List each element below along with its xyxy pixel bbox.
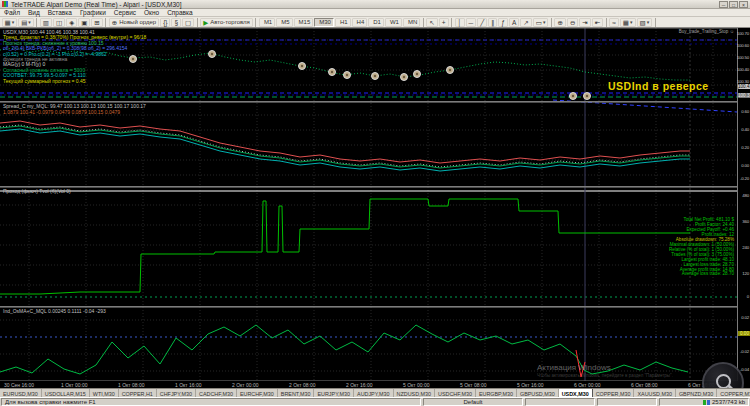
status-empty-segment [525, 398, 595, 406]
price-scale-label: 480 [742, 193, 749, 198]
chart-tab-EURJPY,M30[interactable]: EURJPY,M30 [314, 389, 354, 397]
spread-mid-silver [0, 125, 690, 167]
chart-tab-USDCHF,M30[interactable]: USDCHF,M30 [435, 389, 476, 397]
chart-tab-USDOLLAR,M15[interactable]: USDOLLAR,M15 [42, 389, 90, 397]
price-scale-label: 100.50 [737, 55, 749, 60]
status-profile[interactable]: Default [423, 398, 523, 406]
price-scale-label: 100.70 [737, 31, 749, 36]
signal-marker-dot [586, 95, 588, 97]
panel-separator[interactable] [0, 306, 750, 308]
chart-tab-COPPER,H1[interactable]: COPPER,H1 [119, 389, 157, 397]
chart-tab-GBPNZD,M30[interactable]: GBPNZD,M30 [676, 389, 717, 397]
chart-tab-GBPUSD,M30[interactable]: GBPUSD,M30 [517, 389, 559, 397]
status-bar: Для вызова справки нажмите F1 Default 25… [0, 397, 750, 406]
zero-level-box: 0.00 [738, 331, 750, 336]
spread-green [0, 126, 690, 168]
signal-marker-dot [572, 95, 574, 97]
panel-separator[interactable] [0, 186, 750, 188]
spread-upper-red [0, 121, 690, 163]
price-scale-label: -0.20 [740, 176, 749, 181]
status-connection: 2537/743 kb [659, 398, 749, 406]
chart-tab-BRENT,M30[interactable]: BRENT,M30 [278, 389, 315, 397]
indicator-info-block: USDX,M30 100.44 100.46 100.38 100.41Трен… [3, 30, 146, 84]
signal-marker-dot [374, 75, 376, 77]
price-scale-label: 0.20 [741, 145, 749, 150]
price-scale-label: 0.02 [741, 315, 749, 320]
chart-tab-COPPER,M30[interactable]: COPPER,M30 [593, 389, 635, 397]
price-scale-label: -0.02 [740, 349, 749, 354]
price-scale-label: -0.04 [740, 367, 749, 372]
price-scale[interactable]: 100.70100.60100.50100.40100.300.600.400.… [737, 28, 750, 381]
equity-line [0, 199, 690, 294]
price-scale-label: 120 [742, 271, 749, 276]
profit-indicator-label: Проход (фьюч) Tvol (б)(Vol 0) [3, 189, 71, 194]
price-scale-label: 0.60 [741, 109, 749, 114]
price-scale-label: 360 [742, 219, 749, 224]
windows-activation-watermark-sub: Чтобы активировать Windows, перейдите в … [537, 374, 673, 379]
signal-marker-dot [301, 65, 303, 67]
chart-tab-CHFJPY,M30[interactable]: CHFJPY,M30 [157, 389, 196, 397]
current-price-box: 100.41 [738, 84, 750, 89]
price-scale-label: 100.60 [737, 43, 749, 48]
ea-stat-line: Average loss trade: 28.70 [669, 272, 734, 277]
expert-advisor-label: Buy_trade_Trailing_Stop ☺ [679, 30, 734, 35]
status-help-text: Для вызова справки нажмите F1 [1, 398, 421, 406]
chart-tab-EURUSD,M30[interactable]: EURUSD,M30 [0, 389, 42, 397]
chart-tab-bar: EURUSD,M30USDOLLAR,M15WTI,M30COPPER,H1CH… [0, 388, 750, 397]
signal-marker-dot [346, 74, 348, 76]
windows-activation-watermark: Активация Windows [537, 364, 611, 373]
chart-tab-COPPER,M30[interactable]: COPPER,M30 [717, 389, 750, 397]
indicator-info-line: Текущий суммарный прогноз = 0.45 [3, 79, 146, 84]
osma-indicator-label: Ind_OsMA+C_MQL 0.00245 0.1111 -0.04 -293 [3, 309, 106, 314]
price-scale-label: 0.00 [741, 163, 749, 168]
price-scale-label: 240 [742, 245, 749, 250]
chart-tab-CADCHF,M30[interactable]: CADCHF,M30 [196, 389, 237, 397]
chart-tab-XAUUSD,M30[interactable]: XAUUSD,M30 [634, 389, 675, 397]
chart-tab-EURCHF,M30[interactable]: EURCHF,M30 [237, 389, 278, 397]
price-scale-label: 0 [747, 294, 749, 299]
price-scale-label: 0.40 [741, 127, 749, 132]
price-scale-label: 100.40 [737, 67, 749, 72]
signal-marker-dot [403, 76, 405, 78]
secondary-price-box: 100.375 [738, 93, 750, 98]
chart-tab-AUDJPY,M30[interactable]: AUDJPY,M30 [354, 389, 394, 397]
chart-tab-NZDUSD,M30[interactable]: NZDUSD,M30 [394, 389, 435, 397]
spread-indicator-values: 1.0879 100.41 -0.0979 0.0479 0.0879 100.… [3, 110, 120, 115]
signal-marker-dot [211, 53, 213, 55]
ea-statistics-block: Total Net Profit: 481.10 $Profit Factor:… [669, 218, 734, 277]
traffic-counter: 2537/743 kb [712, 399, 745, 405]
time-axis[interactable]: 30 Сен 16:001 Окт 00:001 Окт 08:001 Окт … [0, 381, 750, 388]
signal-marker-dot [449, 69, 451, 71]
signal-marker-dot [416, 73, 418, 75]
signal-marker-dot [331, 71, 333, 73]
connection-bars-icon [703, 400, 710, 405]
chart-annotation-text: USDInd в реверсе [608, 81, 709, 92]
chart-tab-USDX,M30[interactable]: USDX,M30 [559, 389, 593, 397]
status-empty-segment [597, 398, 657, 406]
chart-tab-WTI,M30[interactable]: WTI,M30 [90, 389, 119, 397]
mt4-terminal-window: TeleTRADE Alpari Demo (Real Time) - Alpa… [0, 0, 750, 406]
chart-tab-EURGBP,M30[interactable]: EURGBP,M30 [476, 389, 517, 397]
